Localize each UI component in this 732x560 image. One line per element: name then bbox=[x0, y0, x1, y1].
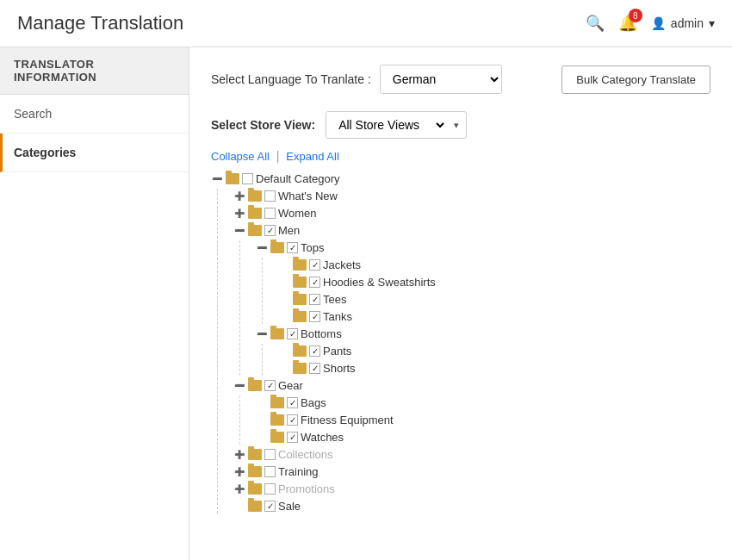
tree-toggle-women[interactable]: ➕ bbox=[233, 208, 245, 220]
list-item: ➖ Default Category ➕ What's New bbox=[211, 171, 710, 513]
folder-icon bbox=[248, 190, 262, 202]
checkbox-men[interactable] bbox=[264, 225, 276, 236]
list-item: ➕ Training bbox=[233, 464, 710, 479]
checkbox-bags[interactable] bbox=[287, 397, 298, 408]
label-fitness: Fitness Equipment bbox=[301, 414, 394, 426]
tree-row-tees[interactable]: Tees bbox=[278, 292, 710, 307]
tree-row-gear[interactable]: ➖ Gear bbox=[233, 378, 710, 393]
label-shorts: Shorts bbox=[323, 362, 356, 375]
checkbox-gear[interactable] bbox=[264, 380, 276, 391]
label-promotions: Promotions bbox=[278, 482, 335, 495]
store-view-row: Select Store View: All Store Views ▾ bbox=[211, 111, 710, 139]
tree-toggle-tops[interactable]: ➖ bbox=[256, 242, 268, 254]
list-item: ➕ Women bbox=[233, 206, 710, 221]
list-item: ➖ Tops bbox=[256, 240, 710, 324]
tree-row-women[interactable]: ➕ Women bbox=[233, 206, 710, 221]
tree-row-hoodies[interactable]: Hoodies & Sweatshirts bbox=[278, 275, 710, 289]
tree-toggle-gear[interactable]: ➖ bbox=[233, 380, 245, 392]
list-item: ➖ Gear bbox=[233, 378, 710, 445]
list-item: Hoodies & Sweatshirts bbox=[278, 275, 710, 289]
folder-icon bbox=[270, 414, 284, 426]
folder-icon bbox=[248, 483, 262, 495]
store-view-select-wrapper[interactable]: All Store Views ▾ bbox=[326, 111, 467, 139]
checkbox-collections[interactable] bbox=[264, 449, 276, 460]
checkbox-women[interactable] bbox=[264, 208, 276, 219]
folder-icon bbox=[248, 225, 262, 236]
checkbox-tees[interactable] bbox=[309, 294, 320, 305]
checkbox-whats-new[interactable] bbox=[264, 190, 276, 202]
tree-row-bottoms[interactable]: ➖ Bottoms bbox=[256, 327, 710, 341]
folder-icon bbox=[293, 259, 307, 271]
tree-row-shorts[interactable]: Shorts bbox=[278, 361, 710, 376]
store-view-select[interactable]: All Store Views bbox=[326, 112, 447, 138]
list-item: Jackets bbox=[278, 258, 710, 272]
folder-icon bbox=[248, 208, 262, 219]
label-gear: Gear bbox=[278, 379, 303, 392]
checkbox-sale[interactable] bbox=[264, 501, 276, 512]
tree-toggle-default[interactable]: ➖ bbox=[211, 173, 223, 185]
checkbox-tops[interactable] bbox=[287, 242, 298, 253]
tree-row-default-category[interactable]: ➖ Default Category bbox=[211, 171, 710, 186]
tree-row-collections[interactable]: ➕ Collections bbox=[233, 447, 710, 462]
bulk-category-translate-button[interactable]: Bulk Category Translate bbox=[561, 65, 710, 94]
sidebar-item-search[interactable]: Search bbox=[0, 95, 189, 134]
tree-toggle-men[interactable]: ➖ bbox=[233, 225, 245, 237]
lang-select[interactable]: German French Spanish Italian bbox=[381, 65, 501, 93]
admin-user-menu[interactable]: 👤 admin ▾ bbox=[651, 16, 715, 30]
checkbox-default-category[interactable] bbox=[242, 173, 253, 184]
tree-row-promotions[interactable]: ➕ Promotions bbox=[233, 482, 710, 496]
list-item: Pants bbox=[278, 344, 710, 358]
tree-row-jackets[interactable]: Jackets bbox=[278, 258, 710, 272]
tree-toggle-collections[interactable]: ➕ bbox=[233, 449, 245, 461]
list-item: ➖ Men ➖ bbox=[233, 223, 710, 376]
header: Manage Translation 🔍 🔔 8 👤 admin ▾ bbox=[0, 0, 732, 47]
sidebar-section-title: TRANSLATOR INFORMATION bbox=[0, 47, 189, 95]
label-training: Training bbox=[278, 465, 318, 478]
checkbox-fitness[interactable] bbox=[287, 414, 298, 426]
tree-row-watches[interactable]: Watches bbox=[256, 430, 710, 445]
checkbox-watches[interactable] bbox=[287, 432, 298, 443]
expand-all-link[interactable]: Expand All bbox=[286, 150, 338, 163]
sidebar-item-categories[interactable]: Categories bbox=[0, 134, 189, 172]
folder-icon bbox=[293, 294, 307, 305]
tree-toggle-bottoms[interactable]: ➖ bbox=[256, 328, 268, 340]
lang-select-wrapper[interactable]: German French Spanish Italian bbox=[380, 65, 502, 94]
checkbox-tanks[interactable] bbox=[309, 311, 320, 322]
folder-icon bbox=[270, 397, 284, 408]
collapse-all-link[interactable]: Collapse All bbox=[211, 150, 270, 163]
tree-toggle-promotions[interactable]: ➕ bbox=[233, 483, 245, 495]
tree-toggle-whats-new[interactable]: ➕ bbox=[233, 190, 245, 202]
notification-icon[interactable]: 🔔 8 bbox=[618, 14, 637, 33]
tree-row-tops[interactable]: ➖ Tops bbox=[256, 240, 710, 255]
tree-row-fitness[interactable]: Fitness Equipment bbox=[256, 413, 710, 427]
checkbox-training[interactable] bbox=[264, 466, 276, 477]
label-watches: Watches bbox=[301, 431, 344, 444]
checkbox-promotions[interactable] bbox=[264, 483, 276, 495]
list-item: Watches bbox=[256, 430, 710, 445]
checkbox-bottoms[interactable] bbox=[287, 328, 298, 339]
tree-row-sale[interactable]: Sale bbox=[233, 499, 710, 513]
tree-row-bags[interactable]: Bags bbox=[256, 395, 710, 410]
label-whats-new: What's New bbox=[278, 190, 338, 202]
label-jackets: Jackets bbox=[323, 258, 361, 271]
search-icon[interactable]: 🔍 bbox=[586, 14, 605, 33]
checkbox-pants[interactable] bbox=[309, 345, 320, 357]
notification-badge: 8 bbox=[629, 9, 642, 22]
label-pants: Pants bbox=[323, 345, 351, 358]
tree-toggle-training[interactable]: ➕ bbox=[233, 466, 245, 478]
main-layout: TRANSLATOR INFORMATION Search Categories… bbox=[0, 47, 732, 560]
list-item: ➕ Promotions bbox=[233, 482, 710, 496]
checkbox-shorts[interactable] bbox=[309, 363, 320, 374]
folder-icon bbox=[248, 449, 262, 460]
tree-row-whats-new[interactable]: ➕ What's New bbox=[233, 189, 710, 203]
store-view-label: Select Store View: bbox=[211, 118, 315, 132]
checkbox-hoodies[interactable] bbox=[309, 277, 320, 288]
label-women: Women bbox=[278, 207, 317, 220]
tree-row-men[interactable]: ➖ Men bbox=[233, 223, 710, 238]
list-item: Fitness Equipment bbox=[256, 413, 710, 427]
tree-row-training[interactable]: ➕ Training bbox=[233, 464, 710, 479]
tree-row-pants[interactable]: Pants bbox=[278, 344, 710, 358]
checkbox-jackets[interactable] bbox=[309, 259, 320, 271]
lang-label: Select Language To Tranlate : bbox=[211, 72, 371, 86]
tree-row-tanks[interactable]: Tanks bbox=[278, 309, 710, 324]
